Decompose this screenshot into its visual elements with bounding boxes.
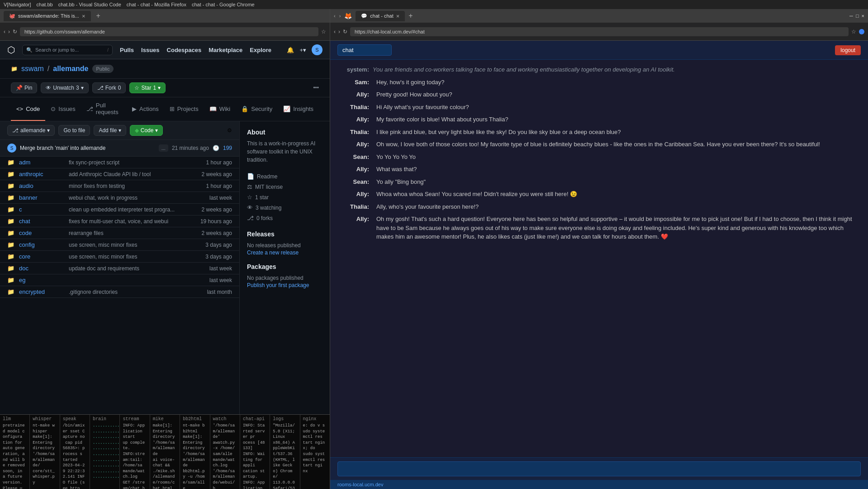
chat-tab-close[interactable]: ×: [396, 13, 400, 19]
fork-button[interactable]: ⎇ Fork 0: [92, 82, 126, 93]
file-name[interactable]: c: [19, 206, 64, 213]
close-icon[interactable]: ×: [862, 13, 864, 19]
file-row: 📁 c clean up embedded interpreter test p…: [0, 204, 239, 216]
speaker-sean-9: Sean:: [337, 177, 369, 187]
gh-search-bar[interactable]: 🔍 Search or jump to... /: [22, 45, 113, 55]
file-name[interactable]: doc: [19, 265, 64, 272]
tab-actions[interactable]: ▶ Actions: [127, 97, 164, 121]
packages-section: Packages No packages published Publish y…: [247, 263, 323, 288]
file-time: last week: [196, 195, 232, 201]
license-stat[interactable]: ⚖ MIT license: [247, 182, 323, 192]
file-time: 1 hour ago: [196, 183, 232, 189]
terminal-stream[interactable]: stream INFO: Application start up comple…: [120, 415, 150, 489]
nav-pulls[interactable]: Pulls: [120, 47, 134, 53]
file-name[interactable]: banner: [19, 194, 64, 201]
terminal-llm[interactable]: llm pretrained model configura tion for …: [0, 415, 30, 489]
os-bar-item-4[interactable]: chat - chat - Google Chrome: [192, 2, 255, 7]
chat-bookmark-icon[interactable]: ☆: [851, 29, 856, 35]
gh-url-bar[interactable]: https://github.com/sswam/allemande: [20, 27, 318, 36]
tab-security[interactable]: 🔒 Security: [236, 97, 278, 121]
file-name[interactable]: code: [19, 230, 64, 236]
file-name[interactable]: anthropic: [19, 171, 64, 177]
file-name[interactable]: encrypted: [19, 288, 64, 295]
tab-wiki[interactable]: 📖 Wiki: [204, 97, 236, 121]
pin-button[interactable]: 📌 Pin: [11, 82, 37, 93]
nav-marketplace[interactable]: Marketplace: [209, 47, 242, 53]
os-bar-item-1[interactable]: chat.bb: [37, 2, 53, 7]
tab-insights[interactable]: 📈 Insights: [278, 97, 319, 121]
gh-new-tab[interactable]: +: [95, 12, 102, 20]
chat-tab[interactable]: 💬 chat - chat ×: [356, 11, 405, 21]
file-name[interactable]: adm: [19, 159, 64, 166]
tab-code[interactable]: <> Code: [11, 97, 45, 121]
reload-button[interactable]: ↻: [13, 29, 17, 35]
chat-back-btn[interactable]: ‹: [334, 13, 336, 19]
gh-search-placeholder: Search or jump to...: [35, 47, 79, 53]
settings-icon[interactable]: ⚙: [227, 127, 232, 134]
terminal-nginx[interactable]: nginx e: do v sudo systemctl res tart ng…: [300, 415, 330, 489]
tab-pullrequests[interactable]: ⎇ Pull requests: [81, 97, 127, 121]
add-file-button[interactable]: Add file ▾: [94, 125, 126, 136]
commit-count[interactable]: 199: [223, 145, 232, 151]
back-button[interactable]: ‹: [4, 29, 5, 35]
nav-codespaces[interactable]: Codespaces: [167, 47, 202, 53]
minimize-icon[interactable]: ─: [849, 13, 853, 19]
folder-icon: 📁: [7, 194, 14, 201]
file-name[interactable]: chat: [19, 218, 64, 225]
new-item-button[interactable]: +▾: [299, 47, 306, 53]
tab-issues[interactable]: ⊙ Issues: [45, 97, 81, 121]
readme-stat[interactable]: 📄 Readme: [247, 171, 323, 182]
forks-stat[interactable]: ⎇ 0 forks: [247, 213, 323, 223]
publish-package-link[interactable]: Publish your first package: [247, 282, 309, 288]
terminal-mike[interactable]: mike make[1]: Entering directory '/home/…: [150, 415, 180, 489]
avatar[interactable]: S: [312, 44, 323, 55]
file-name[interactable]: config: [19, 241, 64, 248]
code-button[interactable]: ◆ Code ▾: [130, 125, 163, 136]
chat-message-input[interactable]: [337, 461, 861, 476]
terminal-logs[interactable]: logs "Mozilla/5.0 (X11; Linux x86_64) Ap…: [270, 415, 300, 489]
bookmark-icon[interactable]: ☆: [321, 29, 326, 35]
chat-forward-button[interactable]: ›: [338, 29, 340, 35]
nav-explore[interactable]: Explore: [250, 47, 271, 53]
maximize-icon[interactable]: □: [856, 13, 859, 19]
forward-button[interactable]: ›: [8, 29, 10, 35]
chat-forward-btn[interactable]: ›: [339, 13, 341, 19]
chat-reload-button[interactable]: ↻: [343, 29, 347, 35]
logout-button[interactable]: logout: [835, 45, 861, 55]
file-name[interactable]: audio: [19, 182, 64, 189]
gh-tab-close[interactable]: ×: [82, 13, 85, 19]
os-bar-item-3[interactable]: chat - chat - Mozilla Firefox: [127, 2, 186, 7]
chat-new-tab[interactable]: +: [408, 12, 413, 20]
repo-owner[interactable]: sswam: [21, 65, 44, 73]
releases-section: Releases No releases published Create a …: [247, 230, 323, 256]
commit-hash[interactable]: ...: [159, 144, 168, 152]
nav-issues[interactable]: Issues: [141, 47, 159, 53]
repo-slash: /: [47, 65, 49, 73]
chat-username-input[interactable]: [337, 44, 392, 56]
gh-tab[interactable]: 🐙 sswam/allemande: This is... ×: [4, 11, 91, 21]
stars-stat[interactable]: ☆ 1 star: [247, 192, 323, 202]
file-name[interactable]: eg: [19, 277, 64, 283]
watching-stat[interactable]: 👁 3 watching: [247, 202, 323, 213]
tab-projects[interactable]: ⊞ Projects: [164, 97, 204, 121]
create-release-link[interactable]: Create a new release: [247, 249, 299, 256]
file-time: 19 hours ago: [196, 218, 232, 225]
os-bar-item-2[interactable]: chat.bb - Visual Studio Code: [58, 2, 121, 7]
goto-file-button[interactable]: Go to file: [58, 125, 90, 136]
terminal-brain[interactable]: brain ............ ............ ........…: [90, 415, 120, 489]
branch-selector[interactable]: ⎇ allemande ▾: [7, 125, 55, 136]
terminal-whisper[interactable]: whisper nt-make whisper make[1]: Enterin…: [30, 415, 60, 489]
repo-name[interactable]: allemande: [53, 65, 88, 73]
terminal-speak[interactable]: speak /bin/amixer sset Capture no cap pi…: [60, 415, 90, 489]
chat-url-bar[interactable]: https://chat-local.ucm.dev/#chat: [350, 27, 849, 36]
terminal-bb2html[interactable]: bb2html nt-make bb2html make[1]: Enterin…: [180, 415, 210, 489]
chat-back-button[interactable]: ‹: [334, 29, 336, 35]
more-options-icon[interactable]: •••: [313, 85, 319, 91]
star-button[interactable]: ☆ Star 1 ▾: [129, 82, 166, 93]
file-name[interactable]: core: [19, 253, 64, 260]
unwatch-button[interactable]: 👁 Unwatch 3 ▾: [41, 82, 88, 93]
notifications-icon[interactable]: 🔔: [287, 47, 294, 53]
terminal-chatapi[interactable]: chat-api INFO: Started server pr ocess […: [240, 415, 270, 489]
terminal-watch[interactable]: watch '/home/sam/allemande' awatch.py -x…: [210, 415, 240, 489]
terminal-chatapi-label: chat-api: [243, 417, 267, 422]
